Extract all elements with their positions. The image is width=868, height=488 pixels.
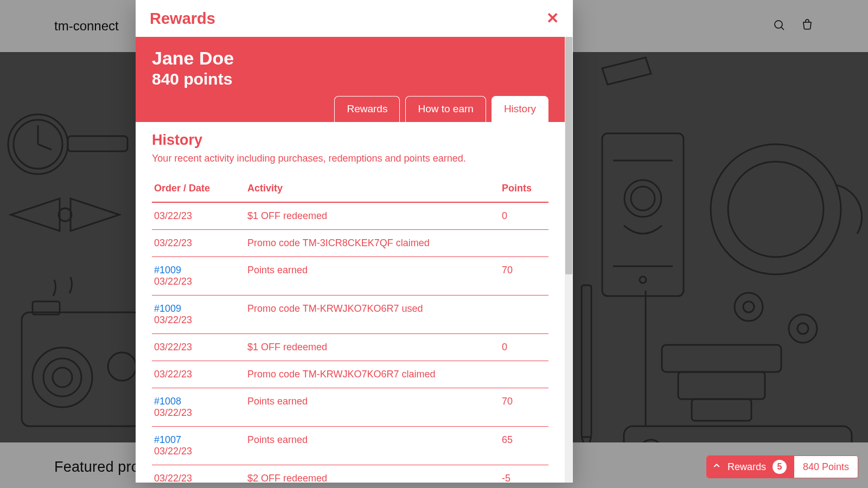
cell-activity: Points earned: [245, 388, 500, 427]
close-icon[interactable]: ✕: [546, 11, 559, 26]
cell-order-date: 03/22/23: [152, 230, 245, 257]
table-row: #100903/22/23Promo code TM-KRWJKO7KO6R7 …: [152, 296, 548, 334]
rewards-widget-toggle[interactable]: Rewards 5: [707, 456, 794, 478]
table-row: 03/22/23Promo code TM-KRWJKO7KO6R7 claim…: [152, 361, 548, 388]
order-link[interactable]: #1009: [154, 265, 243, 276]
user-name: Jane Doe: [152, 48, 548, 69]
cell-points: [500, 230, 548, 257]
rewards-widget-badge: 5: [773, 460, 787, 474]
tab-history[interactable]: History: [492, 96, 548, 122]
cell-activity: Promo code TM-KRWJKO7KO6R7 used: [245, 296, 500, 334]
cell-date: 03/22/23: [154, 407, 243, 419]
cell-order-date: #100903/22/23: [152, 296, 245, 334]
table-row: #100903/22/23Points earned70: [152, 257, 548, 296]
cell-activity: Points earned: [245, 257, 500, 296]
table-row: 03/22/23$2 OFF redeemed-5: [152, 465, 548, 483]
cell-points: [500, 296, 548, 334]
modal-tabs: Rewards How to earn History: [152, 96, 548, 122]
cell-date: 03/22/23: [154, 369, 243, 380]
table-row: #100803/22/23Points earned70: [152, 388, 548, 427]
cell-date: 03/22/23: [154, 473, 243, 483]
chevron-up-icon: [712, 461, 721, 473]
cell-activity: $2 OFF redeemed: [245, 465, 500, 483]
col-order-date: Order / Date: [152, 177, 245, 202]
table-row: 03/22/23$1 OFF redeemed0: [152, 202, 548, 230]
tab-rewards[interactable]: Rewards: [334, 96, 400, 122]
cell-activity: Promo code TM-KRWJKO7KO6R7 claimed: [245, 361, 500, 388]
scrollbar-track[interactable]: [565, 37, 573, 483]
cell-order-date: #100703/22/23: [152, 427, 245, 465]
cell-order-date: #100903/22/23: [152, 257, 245, 296]
cell-date: 03/22/23: [154, 446, 243, 457]
modal-body[interactable]: Jane Doe 840 points Rewards How to earn …: [136, 37, 565, 483]
cell-order-date: #100803/22/23: [152, 388, 245, 427]
cell-points: [500, 361, 548, 388]
rewards-modal: Rewards ✕ Jane Doe 840 points Rewards Ho…: [136, 0, 573, 483]
cell-activity: Points earned: [245, 427, 500, 465]
cell-activity: $1 OFF redeemed: [245, 202, 500, 230]
table-row: 03/22/23$1 OFF redeemed0: [152, 334, 548, 361]
history-subtext: Your recent activity including purchases…: [152, 153, 548, 164]
table-row: 03/22/23Promo code TM-3ICR8CKEK7QF claim…: [152, 230, 548, 257]
scrollbar-thumb[interactable]: [565, 37, 572, 274]
cell-date: 03/22/23: [154, 237, 243, 249]
cell-order-date: 03/22/23: [152, 202, 245, 230]
rewards-widget: Rewards 5 840 Points: [706, 455, 858, 478]
cell-date: 03/22/23: [154, 342, 243, 353]
cell-points: 0: [500, 334, 548, 361]
order-link[interactable]: #1009: [154, 303, 243, 314]
table-row: #100703/22/23Points earned65: [152, 427, 548, 465]
cell-date: 03/22/23: [154, 210, 243, 222]
cell-order-date: 03/22/23: [152, 465, 245, 483]
cell-points: -5: [500, 465, 548, 483]
cell-points: 70: [500, 388, 548, 427]
history-table: Order / Date Activity Points 03/22/23$1 …: [152, 177, 548, 483]
rewards-widget-label: Rewards: [727, 461, 766, 473]
cell-date: 03/22/23: [154, 276, 243, 287]
cell-order-date: 03/22/23: [152, 334, 245, 361]
history-heading: History: [152, 132, 548, 149]
rewards-widget-points[interactable]: 840 Points: [794, 456, 858, 478]
col-activity: Activity: [245, 177, 500, 202]
col-points: Points: [500, 177, 548, 202]
cell-points: 0: [500, 202, 548, 230]
cell-date: 03/22/23: [154, 314, 243, 326]
history-content: History Your recent activity including p…: [136, 122, 565, 483]
user-points: 840 points: [152, 70, 548, 88]
modal-header: Rewards ✕: [136, 0, 573, 37]
order-link[interactable]: #1007: [154, 434, 243, 446]
cell-points: 65: [500, 427, 548, 465]
modal-hero: Jane Doe 840 points Rewards How to earn …: [136, 37, 565, 122]
tab-how-to-earn[interactable]: How to earn: [405, 96, 486, 122]
modal-title: Rewards: [150, 10, 215, 28]
cell-activity: $1 OFF redeemed: [245, 334, 500, 361]
cell-points: 70: [500, 257, 548, 296]
cell-activity: Promo code TM-3ICR8CKEK7QF claimed: [245, 230, 500, 257]
cell-order-date: 03/22/23: [152, 361, 245, 388]
order-link[interactable]: #1008: [154, 396, 243, 407]
